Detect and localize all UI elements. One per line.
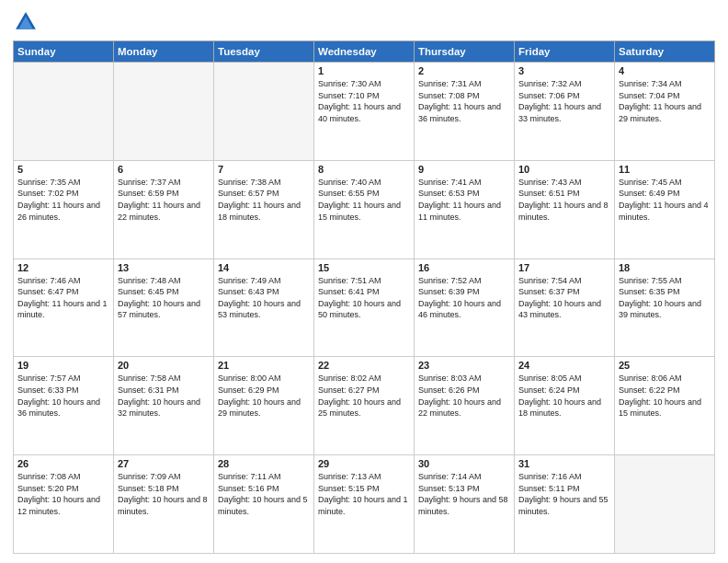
calendar-cell: 24Sunrise: 8:05 AM Sunset: 6:24 PM Dayli… bbox=[515, 357, 615, 455]
day-number: 16 bbox=[418, 262, 510, 273]
calendar-cell: 29Sunrise: 7:13 AM Sunset: 5:15 PM Dayli… bbox=[314, 455, 415, 554]
day-info: Sunrise: 8:02 AM Sunset: 6:27 PM Dayligh… bbox=[318, 373, 410, 419]
calendar-cell: 31Sunrise: 7:16 AM Sunset: 5:11 PM Dayli… bbox=[515, 455, 615, 554]
day-info: Sunrise: 7:57 AM Sunset: 6:33 PM Dayligh… bbox=[17, 373, 109, 419]
day-number: 11 bbox=[619, 164, 711, 175]
week-row-5: 26Sunrise: 7:08 AM Sunset: 5:20 PM Dayli… bbox=[14, 455, 715, 554]
calendar-cell bbox=[14, 63, 114, 161]
day-info: Sunrise: 8:05 AM Sunset: 6:24 PM Dayligh… bbox=[518, 373, 610, 419]
day-info: Sunrise: 7:45 AM Sunset: 6:49 PM Dayligh… bbox=[619, 177, 711, 223]
weekday-header-monday: Monday bbox=[114, 41, 214, 63]
calendar-cell bbox=[114, 63, 214, 161]
calendar-cell: 13Sunrise: 7:48 AM Sunset: 6:45 PM Dayli… bbox=[114, 259, 214, 357]
calendar-cell bbox=[615, 455, 715, 554]
day-number: 29 bbox=[318, 458, 410, 469]
day-number: 27 bbox=[118, 458, 210, 469]
day-info: Sunrise: 7:43 AM Sunset: 6:51 PM Dayligh… bbox=[518, 177, 610, 223]
day-number: 8 bbox=[318, 164, 410, 175]
day-number: 24 bbox=[518, 360, 610, 371]
calendar-cell: 6Sunrise: 7:37 AM Sunset: 6:59 PM Daylig… bbox=[114, 160, 214, 259]
day-number: 17 bbox=[518, 262, 610, 273]
day-info: Sunrise: 7:41 AM Sunset: 6:53 PM Dayligh… bbox=[418, 177, 510, 223]
calendar-cell: 14Sunrise: 7:49 AM Sunset: 6:43 PM Dayli… bbox=[214, 259, 314, 357]
day-info: Sunrise: 7:55 AM Sunset: 6:35 PM Dayligh… bbox=[619, 275, 711, 321]
calendar-table: SundayMondayTuesdayWednesdayThursdayFrid… bbox=[13, 40, 715, 554]
calendar-cell: 21Sunrise: 8:00 AM Sunset: 6:29 PM Dayli… bbox=[214, 357, 314, 455]
day-info: Sunrise: 7:52 AM Sunset: 6:39 PM Dayligh… bbox=[418, 275, 510, 321]
calendar-cell: 25Sunrise: 8:06 AM Sunset: 6:22 PM Dayli… bbox=[615, 357, 715, 455]
day-number: 7 bbox=[218, 164, 310, 175]
day-number: 26 bbox=[17, 458, 109, 469]
day-info: Sunrise: 7:32 AM Sunset: 7:06 PM Dayligh… bbox=[518, 78, 610, 124]
day-info: Sunrise: 7:31 AM Sunset: 7:08 PM Dayligh… bbox=[418, 78, 510, 124]
week-row-3: 12Sunrise: 7:46 AM Sunset: 6:47 PM Dayli… bbox=[14, 259, 715, 357]
calendar-cell: 30Sunrise: 7:14 AM Sunset: 5:13 PM Dayli… bbox=[415, 455, 515, 554]
day-info: Sunrise: 7:51 AM Sunset: 6:41 PM Dayligh… bbox=[318, 275, 410, 321]
day-number: 1 bbox=[318, 65, 410, 76]
calendar-cell: 27Sunrise: 7:09 AM Sunset: 5:18 PM Dayli… bbox=[114, 455, 214, 554]
calendar-cell: 8Sunrise: 7:40 AM Sunset: 6:55 PM Daylig… bbox=[314, 160, 415, 259]
day-number: 30 bbox=[418, 458, 510, 469]
day-info: Sunrise: 7:58 AM Sunset: 6:31 PM Dayligh… bbox=[118, 373, 210, 419]
day-info: Sunrise: 8:06 AM Sunset: 6:22 PM Dayligh… bbox=[619, 373, 711, 419]
day-info: Sunrise: 7:46 AM Sunset: 6:47 PM Dayligh… bbox=[17, 275, 109, 321]
day-number: 5 bbox=[17, 164, 109, 175]
calendar-cell: 5Sunrise: 7:35 AM Sunset: 7:02 PM Daylig… bbox=[14, 160, 114, 259]
day-number: 21 bbox=[218, 360, 310, 371]
calendar-cell: 3Sunrise: 7:32 AM Sunset: 7:06 PM Daylig… bbox=[515, 63, 615, 161]
weekday-header-wednesday: Wednesday bbox=[314, 41, 415, 63]
calendar-cell: 17Sunrise: 7:54 AM Sunset: 6:37 PM Dayli… bbox=[515, 259, 615, 357]
weekday-header-saturday: Saturday bbox=[615, 41, 715, 63]
logo bbox=[13, 9, 42, 35]
day-info: Sunrise: 7:35 AM Sunset: 7:02 PM Dayligh… bbox=[17, 177, 109, 223]
weekday-header-row: SundayMondayTuesdayWednesdayThursdayFrid… bbox=[14, 41, 715, 63]
calendar-cell: 22Sunrise: 8:02 AM Sunset: 6:27 PM Dayli… bbox=[314, 357, 415, 455]
calendar-cell: 23Sunrise: 8:03 AM Sunset: 6:26 PM Dayli… bbox=[415, 357, 515, 455]
calendar-cell: 12Sunrise: 7:46 AM Sunset: 6:47 PM Dayli… bbox=[14, 259, 114, 357]
calendar-cell: 9Sunrise: 7:41 AM Sunset: 6:53 PM Daylig… bbox=[415, 160, 515, 259]
day-info: Sunrise: 7:11 AM Sunset: 5:16 PM Dayligh… bbox=[218, 471, 310, 517]
day-number: 15 bbox=[318, 262, 410, 273]
day-number: 10 bbox=[518, 164, 610, 175]
calendar-cell: 4Sunrise: 7:34 AM Sunset: 7:04 PM Daylig… bbox=[615, 63, 715, 161]
day-number: 23 bbox=[418, 360, 510, 371]
day-number: 25 bbox=[619, 360, 711, 371]
calendar-cell: 18Sunrise: 7:55 AM Sunset: 6:35 PM Dayli… bbox=[615, 259, 715, 357]
day-number: 12 bbox=[17, 262, 109, 273]
weekday-header-sunday: Sunday bbox=[14, 41, 114, 63]
calendar-cell: 10Sunrise: 7:43 AM Sunset: 6:51 PM Dayli… bbox=[515, 160, 615, 259]
day-number: 20 bbox=[118, 360, 210, 371]
day-info: Sunrise: 7:14 AM Sunset: 5:13 PM Dayligh… bbox=[418, 471, 510, 517]
day-number: 2 bbox=[418, 65, 510, 76]
day-number: 3 bbox=[518, 65, 610, 76]
day-info: Sunrise: 8:03 AM Sunset: 6:26 PM Dayligh… bbox=[418, 373, 510, 419]
calendar-cell: 11Sunrise: 7:45 AM Sunset: 6:49 PM Dayli… bbox=[615, 160, 715, 259]
calendar-cell: 20Sunrise: 7:58 AM Sunset: 6:31 PM Dayli… bbox=[114, 357, 214, 455]
weekday-header-thursday: Thursday bbox=[415, 41, 515, 63]
day-info: Sunrise: 7:16 AM Sunset: 5:11 PM Dayligh… bbox=[518, 471, 610, 517]
calendar-cell bbox=[214, 63, 314, 161]
day-number: 13 bbox=[118, 262, 210, 273]
day-info: Sunrise: 7:54 AM Sunset: 6:37 PM Dayligh… bbox=[518, 275, 610, 321]
day-info: Sunrise: 7:13 AM Sunset: 5:15 PM Dayligh… bbox=[318, 471, 410, 517]
day-info: Sunrise: 7:48 AM Sunset: 6:45 PM Dayligh… bbox=[118, 275, 210, 321]
day-number: 14 bbox=[218, 262, 310, 273]
calendar-cell: 1Sunrise: 7:30 AM Sunset: 7:10 PM Daylig… bbox=[314, 63, 415, 161]
day-info: Sunrise: 7:08 AM Sunset: 5:20 PM Dayligh… bbox=[17, 471, 109, 517]
calendar-cell: 2Sunrise: 7:31 AM Sunset: 7:08 PM Daylig… bbox=[415, 63, 515, 161]
week-row-4: 19Sunrise: 7:57 AM Sunset: 6:33 PM Dayli… bbox=[14, 357, 715, 455]
day-number: 18 bbox=[619, 262, 711, 273]
week-row-2: 5Sunrise: 7:35 AM Sunset: 7:02 PM Daylig… bbox=[14, 160, 715, 259]
header bbox=[13, 9, 715, 35]
day-info: Sunrise: 7:40 AM Sunset: 6:55 PM Dayligh… bbox=[318, 177, 410, 223]
logo-icon bbox=[13, 9, 39, 35]
day-number: 22 bbox=[318, 360, 410, 371]
calendar-cell: 19Sunrise: 7:57 AM Sunset: 6:33 PM Dayli… bbox=[14, 357, 114, 455]
day-number: 4 bbox=[619, 65, 711, 76]
weekday-header-friday: Friday bbox=[515, 41, 615, 63]
day-number: 6 bbox=[118, 164, 210, 175]
day-number: 28 bbox=[218, 458, 310, 469]
page: SundayMondayTuesdayWednesdayThursdayFrid… bbox=[0, 0, 728, 563]
day-info: Sunrise: 7:49 AM Sunset: 6:43 PM Dayligh… bbox=[218, 275, 310, 321]
day-info: Sunrise: 7:37 AM Sunset: 6:59 PM Dayligh… bbox=[118, 177, 210, 223]
